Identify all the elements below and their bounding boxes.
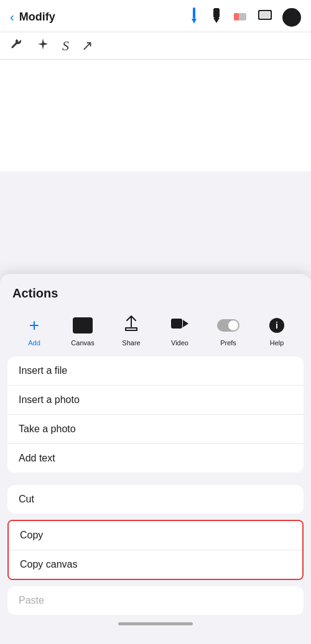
canvas-icon-wrap: [69, 314, 96, 337]
video-label: Video: [171, 339, 188, 347]
wrench-icon[interactable]: [10, 37, 24, 54]
toolbar-item-help[interactable]: i Help: [263, 314, 290, 347]
toolbar-item-add[interactable]: + Add: [21, 314, 48, 347]
bottom-sheet: Actions + Add Canvas Share: [0, 274, 311, 644]
menu-item-take-photo[interactable]: Take a photo: [7, 415, 304, 444]
back-icon[interactable]: ‹: [10, 10, 14, 24]
prefs-icon-wrap: [215, 314, 242, 337]
share-icon: [124, 315, 139, 335]
sheet-title: Actions: [12, 286, 58, 300]
menu-section-3: Paste: [7, 586, 304, 615]
add-icon: +: [25, 316, 44, 335]
sub-toolbar: S ↗: [0, 32, 311, 60]
canvas-area: [0, 60, 311, 171]
menu-item-insert-file[interactable]: Insert a file: [7, 356, 304, 386]
menu-item-copy-canvas[interactable]: Copy canvas: [9, 550, 302, 579]
video-icon-wrap: [166, 314, 193, 337]
help-icon: i: [269, 318, 284, 333]
home-indicator: [118, 622, 193, 625]
avatar[interactable]: [282, 8, 301, 27]
menu-section-2: Cut: [7, 485, 304, 514]
video-icon: [171, 317, 188, 333]
svg-rect-5: [234, 13, 239, 20]
nav-bar: ‹ Modify: [0, 0, 311, 32]
share-icon-wrap: [118, 314, 145, 337]
share-label: Share: [122, 339, 140, 347]
toolbar-item-prefs[interactable]: Prefs: [215, 314, 242, 347]
menu-item-insert-photo[interactable]: Insert a photo: [7, 386, 304, 415]
prefs-icon: [217, 319, 239, 332]
svg-rect-2: [213, 8, 220, 18]
page-title: Modify: [19, 11, 55, 24]
actions-toolbar: + Add Canvas Share: [0, 308, 311, 356]
svg-marker-1: [192, 19, 197, 24]
svg-marker-3: [213, 18, 220, 23]
menu-item-cut[interactable]: Cut: [7, 485, 304, 514]
help-icon-wrap: i: [263, 314, 290, 337]
arrow-icon[interactable]: ↗: [81, 38, 93, 54]
svg-marker-10: [183, 320, 188, 327]
toolbar-item-video[interactable]: Video: [166, 314, 193, 347]
canvas-label: Canvas: [71, 339, 94, 347]
menu-item-copy[interactable]: Copy: [9, 521, 302, 550]
help-label: Help: [270, 339, 284, 347]
nav-left: ‹ Modify: [10, 10, 55, 24]
menu-section-1: Insert a file Insert a photo Take a phot…: [7, 356, 304, 473]
toolbar-item-canvas[interactable]: Canvas: [69, 314, 96, 347]
sparkle-icon[interactable]: [36, 37, 50, 54]
menu-item-paste: Paste: [7, 586, 304, 615]
svg-rect-9: [171, 319, 182, 329]
eraser-icon[interactable]: [233, 9, 248, 25]
toolbar-item-share[interactable]: Share: [118, 314, 145, 347]
add-icon-wrap: +: [21, 314, 48, 337]
menu-item-add-text[interactable]: Add text: [7, 444, 304, 473]
svg-rect-0: [193, 7, 195, 19]
nav-right: [188, 7, 301, 27]
layers-icon[interactable]: [258, 9, 272, 25]
sheet-header: Actions: [0, 274, 311, 308]
svg-rect-7: [260, 12, 270, 18]
squiggle-icon[interactable]: S: [62, 38, 69, 54]
canvas-icon: [73, 317, 93, 333]
prefs-label: Prefs: [220, 339, 236, 347]
add-label: Add: [28, 339, 40, 347]
pen-icon[interactable]: [188, 7, 200, 27]
highlighted-group: Copy Copy canvas: [7, 520, 304, 580]
marker-icon[interactable]: [210, 8, 223, 26]
